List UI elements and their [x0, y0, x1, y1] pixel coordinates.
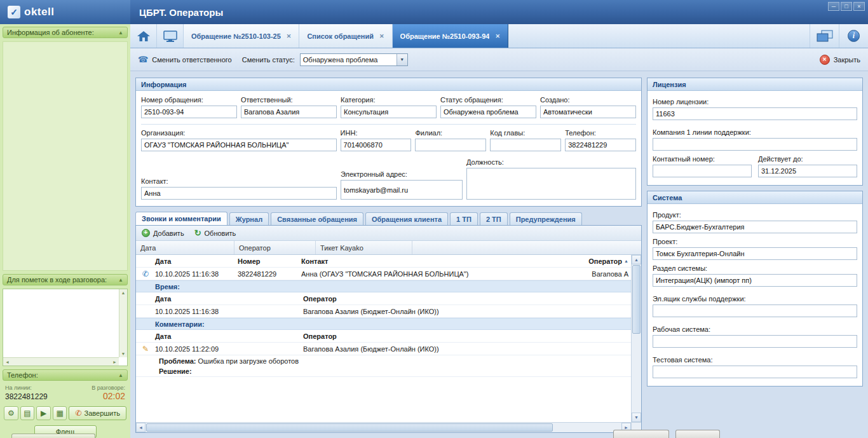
system-section-field[interactable]	[653, 274, 857, 287]
email-field[interactable]	[341, 180, 463, 200]
time-row[interactable]: 10.10.2025 11:16:38 Вагапова Азалия (Бюд…	[136, 305, 631, 318]
responsible-field[interactable]	[241, 106, 337, 118]
tab-journal[interactable]: Журнал	[229, 212, 269, 225]
product-field[interactable]	[653, 221, 857, 233]
partial-bottom-button[interactable]	[613, 430, 669, 438]
email-label: Электронный адрес:	[341, 170, 463, 178]
scroll-left-icon[interactable]: ◄	[136, 423, 146, 432]
column-header-operator[interactable]: Оператор	[234, 241, 316, 254]
close-tab-icon[interactable]: ✕	[495, 33, 500, 39]
time-operator: Вагапова Азалия (Бюджет-Онлайн (ИКО))	[303, 308, 631, 315]
scroll-up-icon[interactable]: ▲	[121, 291, 126, 295]
test-system-field[interactable]	[653, 366, 857, 378]
support-mailbox-field[interactable]	[653, 305, 857, 317]
work-system-field[interactable]	[653, 335, 857, 348]
grid-column-headers: Дата Оператор Тикет Kayako	[136, 241, 641, 255]
speaker-icon[interactable]: ▶	[36, 406, 51, 420]
scroll-down-icon[interactable]: ▼	[121, 352, 126, 356]
position-field[interactable]	[466, 168, 636, 200]
vertical-scroll-thumb[interactable]	[632, 265, 641, 334]
support-company-field[interactable]	[653, 138, 857, 151]
home-button[interactable]	[130, 24, 157, 48]
status-select[interactable]: Обнаружена проблема ▼	[300, 53, 408, 66]
grid-rows: Дата Номер Контакт Оператор ▲ ✆ 10.10.20…	[136, 255, 631, 422]
collapse-icon[interactable]: ▲	[118, 30, 123, 36]
contact-number-field[interactable]	[653, 165, 752, 177]
tab-2tp[interactable]: 2 ТП	[480, 212, 508, 225]
info-button[interactable]: i	[839, 24, 868, 48]
column-header-date[interactable]: Дата	[136, 241, 234, 254]
end-call-button[interactable]: ✆ Завершить	[69, 406, 126, 420]
project-field[interactable]	[653, 247, 857, 260]
call-notes-header[interactable]: Для пометок в ходе разговора: ▲	[3, 274, 128, 285]
pencil-icon: ✎	[136, 345, 155, 353]
grid-vertical-scrollbar[interactable]: ▲ ▼	[631, 255, 641, 422]
scroll-right-icon[interactable]: ►	[112, 360, 117, 364]
license-panel-body: Номер лицензии: Компания 1 линии поддерж…	[648, 91, 862, 185]
phone-section-header[interactable]: Телефон: ▲	[3, 369, 128, 381]
contact-field[interactable]	[141, 187, 337, 200]
tab-1tp[interactable]: 1 ТП	[450, 212, 478, 225]
add-icon: +	[142, 229, 150, 237]
scroll-down-icon[interactable]: ▼	[632, 413, 641, 422]
subscriber-info-header-label: Информация об абоненте:	[7, 29, 94, 36]
branch-field[interactable]	[415, 139, 486, 151]
call-operator: Вагапова А	[567, 270, 631, 278]
category-field[interactable]	[341, 106, 437, 118]
window-list-button[interactable]	[810, 24, 839, 48]
time-section-band[interactable]: Время:	[136, 280, 631, 292]
collapse-icon[interactable]: ▲	[118, 277, 123, 283]
scroll-up-icon[interactable]: ▲	[632, 255, 641, 264]
partial-bottom-button[interactable]	[675, 430, 720, 438]
minimize-button[interactable]: ─	[828, 2, 839, 11]
desktop-button[interactable]	[157, 24, 184, 48]
call-row[interactable]: ✆ 10.10.2025 11:16:38 3822481229 Анна (О…	[136, 268, 631, 280]
created-field[interactable]	[540, 106, 636, 118]
horizontal-scroll-thumb[interactable]	[146, 423, 553, 432]
close-tab-icon[interactable]: ✕	[379, 33, 384, 39]
refresh-button[interactable]: ↻ Обновить	[194, 228, 236, 238]
settings-icon[interactable]: ⚙	[4, 406, 18, 420]
chapter-code-label: Код главы:	[490, 129, 561, 137]
tab-related-requests[interactable]: Связанные обращения	[271, 212, 363, 225]
grid-horizontal-scrollbar[interactable]: ◄ ►	[136, 422, 641, 432]
organization-field[interactable]	[141, 139, 337, 151]
valid-until-field[interactable]	[758, 165, 857, 177]
call-header-operator[interactable]: Оператор ▲	[567, 257, 631, 265]
tab-calls-comments[interactable]: Звонки и комментарии	[135, 212, 227, 225]
project-label: Проект:	[653, 238, 857, 245]
request-number-field[interactable]	[141, 106, 237, 118]
request-status-field[interactable]	[440, 106, 536, 118]
partial-bottom-button[interactable]	[11, 434, 95, 438]
call-contact: Анна (ОГАУЗ "ТОМСКАЯ РАЙОННАЯ БОЛЬНИЦА")	[301, 270, 567, 278]
information-panel-body: Номер обращения: Ответственный: Категори…	[136, 91, 641, 206]
close-request-button[interactable]: ✕ Закрыть	[820, 55, 860, 65]
note-icon[interactable]: ▤	[20, 406, 35, 420]
change-responsible-button[interactable]: ☎ Сменить ответственного	[138, 55, 232, 64]
inn-field[interactable]	[341, 139, 412, 151]
maximize-button[interactable]: □	[841, 2, 852, 11]
close-tab-icon[interactable]: ✕	[287, 33, 292, 39]
tab-client-requests[interactable]: Обращения клиента	[365, 212, 448, 225]
notes-horizontal-scrollbar[interactable]: ◄ ►	[3, 357, 119, 366]
notes-vertical-scrollbar[interactable]: ▲ ▼	[119, 289, 127, 357]
add-button[interactable]: + Добавить	[142, 229, 184, 237]
tab-warnings[interactable]: Предупреждения	[510, 212, 582, 225]
comments-section-band[interactable]: Комментарии:	[136, 318, 631, 330]
tab-request-list[interactable]: Список обращений ✕	[299, 24, 392, 48]
column-header-ticket-kayako[interactable]: Тикет Kayako	[316, 241, 412, 254]
collapse-icon[interactable]: ▲	[118, 373, 123, 378]
tab-request-2510-103-25[interactable]: Обращение №2510-103-25 ✕	[184, 24, 299, 48]
chevron-down-icon[interactable]: ▼	[397, 54, 407, 65]
chapter-code-field[interactable]	[490, 139, 561, 151]
close-window-button[interactable]: ×	[853, 2, 865, 11]
subscriber-info-header[interactable]: Информация об абоненте: ▲	[3, 27, 128, 38]
license-number-field[interactable]	[653, 107, 857, 120]
tab-request-2510-093-94[interactable]: Обращение №2510-093-94 ✕	[393, 24, 508, 48]
column-header-empty[interactable]	[412, 241, 641, 254]
comment-row[interactable]: ✎ 10.10.2025 11:22:09 Вагапова Азалия (Б…	[136, 343, 631, 355]
keypad-icon[interactable]: ▦	[53, 406, 67, 420]
phone-field[interactable]	[565, 139, 636, 151]
scroll-left-icon[interactable]: ◄	[5, 360, 10, 364]
call-notes-textarea[interactable]: ▲ ▼ ◄ ►	[3, 289, 128, 366]
